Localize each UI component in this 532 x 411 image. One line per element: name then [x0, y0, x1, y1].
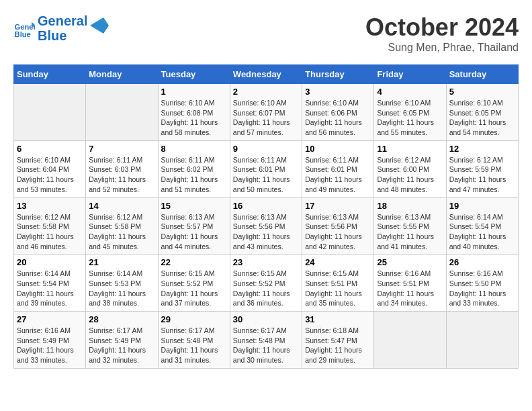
day-number: 22: [161, 257, 227, 267]
calendar-cell: [86, 84, 158, 141]
weekday-header: Friday: [374, 65, 446, 84]
day-number: 16: [233, 201, 299, 211]
calendar-week-row: 1 Sunrise: 6:10 AM Sunset: 6:08 PM Dayli…: [14, 84, 519, 141]
calendar-cell: 17 Sunrise: 6:13 AM Sunset: 5:56 PM Dayl…: [302, 197, 374, 255]
day-number: 11: [377, 144, 443, 154]
calendar-cell: 13 Sunrise: 6:12 AM Sunset: 5:58 PM Dayl…: [14, 197, 86, 255]
day-detail: Sunrise: 6:12 AM Sunset: 6:00 PM Dayligh…: [377, 155, 443, 195]
day-detail: Sunrise: 6:16 AM Sunset: 5:51 PM Dayligh…: [377, 269, 443, 308]
day-detail: Sunrise: 6:16 AM Sunset: 5:50 PM Dayligh…: [449, 269, 515, 308]
weekday-header: Thursday: [302, 65, 374, 84]
day-detail: Sunrise: 6:11 AM Sunset: 6:01 PM Dayligh…: [305, 155, 371, 195]
day-number: 5: [449, 87, 515, 97]
day-number: 14: [89, 201, 154, 211]
day-detail: Sunrise: 6:10 AM Sunset: 6:07 PM Dayligh…: [233, 98, 299, 138]
day-detail: Sunrise: 6:10 AM Sunset: 6:06 PM Dayligh…: [305, 98, 371, 138]
page-header: General Blue General Blue October 2024 S…: [13, 13, 519, 54]
calendar-cell: 12 Sunrise: 6:12 AM Sunset: 5:59 PM Dayl…: [446, 140, 518, 197]
logo-text: General: [38, 13, 87, 28]
calendar-cell: 26 Sunrise: 6:16 AM Sunset: 5:50 PM Dayl…: [446, 255, 518, 312]
calendar-cell: 21 Sunrise: 6:14 AM Sunset: 5:53 PM Dayl…: [86, 255, 158, 312]
day-number: 9: [233, 144, 299, 154]
calendar-cell: 20 Sunrise: 6:14 AM Sunset: 5:54 PM Dayl…: [14, 255, 86, 312]
day-detail: Sunrise: 6:15 AM Sunset: 5:51 PM Dayligh…: [305, 269, 371, 308]
calendar-cell: 4 Sunrise: 6:10 AM Sunset: 6:05 PM Dayli…: [374, 84, 446, 141]
calendar-week-row: 6 Sunrise: 6:10 AM Sunset: 6:04 PM Dayli…: [14, 140, 519, 197]
calendar-cell: [374, 312, 446, 369]
day-detail: Sunrise: 6:17 AM Sunset: 5:48 PM Dayligh…: [161, 326, 227, 365]
weekday-header: Wednesday: [230, 65, 302, 84]
calendar-cell: 25 Sunrise: 6:16 AM Sunset: 5:51 PM Dayl…: [374, 255, 446, 312]
weekday-header: Saturday: [446, 65, 518, 84]
day-number: 17: [305, 201, 371, 211]
day-detail: Sunrise: 6:11 AM Sunset: 6:03 PM Dayligh…: [89, 155, 154, 195]
day-detail: Sunrise: 6:10 AM Sunset: 6:05 PM Dayligh…: [377, 98, 443, 138]
calendar-cell: 8 Sunrise: 6:11 AM Sunset: 6:02 PM Dayli…: [158, 140, 230, 197]
day-detail: Sunrise: 6:11 AM Sunset: 6:02 PM Dayligh…: [161, 155, 227, 195]
calendar-cell: 2 Sunrise: 6:10 AM Sunset: 6:07 PM Dayli…: [230, 84, 302, 141]
day-number: 3: [305, 87, 371, 97]
svg-marker-3: [90, 17, 109, 34]
calendar-cell: 5 Sunrise: 6:10 AM Sunset: 6:05 PM Dayli…: [446, 84, 518, 141]
svg-text:Blue: Blue: [15, 30, 31, 38]
location-subtitle: Sung Men, Phrae, Thailand: [365, 42, 519, 54]
weekday-header: Monday: [86, 65, 158, 84]
calendar-cell: 3 Sunrise: 6:10 AM Sunset: 6:06 PM Dayli…: [302, 84, 374, 141]
day-number: 13: [17, 201, 83, 211]
day-number: 6: [17, 144, 83, 154]
day-number: 20: [17, 257, 83, 267]
month-title: October 2024: [365, 13, 519, 42]
calendar-cell: 22 Sunrise: 6:15 AM Sunset: 5:52 PM Dayl…: [158, 255, 230, 312]
day-detail: Sunrise: 6:13 AM Sunset: 5:57 PM Dayligh…: [161, 212, 227, 252]
calendar-week-row: 13 Sunrise: 6:12 AM Sunset: 5:58 PM Dayl…: [14, 197, 519, 255]
day-number: 23: [233, 257, 299, 267]
day-detail: Sunrise: 6:13 AM Sunset: 5:55 PM Dayligh…: [377, 212, 443, 252]
weekday-header: Tuesday: [158, 65, 230, 84]
day-detail: Sunrise: 6:10 AM Sunset: 6:05 PM Dayligh…: [449, 98, 515, 138]
day-detail: Sunrise: 6:14 AM Sunset: 5:54 PM Dayligh…: [17, 269, 83, 308]
calendar-cell: 7 Sunrise: 6:11 AM Sunset: 6:03 PM Dayli…: [86, 140, 158, 197]
day-number: 15: [161, 201, 227, 211]
calendar-cell: 28 Sunrise: 6:17 AM Sunset: 5:49 PM Dayl…: [86, 312, 158, 369]
day-number: 2: [233, 87, 299, 97]
calendar-cell: 31 Sunrise: 6:18 AM Sunset: 5:47 PM Dayl…: [302, 312, 374, 369]
day-detail: Sunrise: 6:12 AM Sunset: 5:59 PM Dayligh…: [449, 155, 515, 195]
calendar-cell: 10 Sunrise: 6:11 AM Sunset: 6:01 PM Dayl…: [302, 140, 374, 197]
calendar-cell: 14 Sunrise: 6:12 AM Sunset: 5:58 PM Dayl…: [86, 197, 158, 255]
day-number: 24: [305, 257, 371, 267]
logo-icon: General Blue: [13, 17, 35, 39]
calendar-cell: [446, 312, 518, 369]
day-number: 19: [449, 201, 515, 211]
day-detail: Sunrise: 6:17 AM Sunset: 5:49 PM Dayligh…: [89, 326, 154, 365]
calendar-cell: 29 Sunrise: 6:17 AM Sunset: 5:48 PM Dayl…: [158, 312, 230, 369]
day-detail: Sunrise: 6:14 AM Sunset: 5:54 PM Dayligh…: [449, 212, 515, 252]
calendar-cell: 27 Sunrise: 6:16 AM Sunset: 5:49 PM Dayl…: [14, 312, 86, 369]
day-detail: Sunrise: 6:15 AM Sunset: 5:52 PM Dayligh…: [233, 269, 299, 308]
day-number: 26: [449, 257, 515, 267]
calendar-cell: [14, 84, 86, 141]
calendar-table: SundayMondayTuesdayWednesdayThursdayFrid…: [13, 64, 519, 369]
day-detail: Sunrise: 6:13 AM Sunset: 5:56 PM Dayligh…: [305, 212, 371, 252]
calendar-cell: 23 Sunrise: 6:15 AM Sunset: 5:52 PM Dayl…: [230, 255, 302, 312]
calendar-header-row: SundayMondayTuesdayWednesdayThursdayFrid…: [14, 65, 519, 84]
day-detail: Sunrise: 6:13 AM Sunset: 5:56 PM Dayligh…: [233, 212, 299, 252]
day-detail: Sunrise: 6:14 AM Sunset: 5:53 PM Dayligh…: [89, 269, 154, 308]
day-number: 21: [89, 257, 154, 267]
calendar-week-row: 20 Sunrise: 6:14 AM Sunset: 5:54 PM Dayl…: [14, 255, 519, 312]
calendar-cell: 30 Sunrise: 6:17 AM Sunset: 5:48 PM Dayl…: [230, 312, 302, 369]
logo-arrow-icon: [90, 17, 109, 34]
day-number: 25: [377, 257, 443, 267]
logo: General Blue General Blue: [13, 13, 109, 43]
calendar-cell: 11 Sunrise: 6:12 AM Sunset: 6:00 PM Dayl…: [374, 140, 446, 197]
day-detail: Sunrise: 6:10 AM Sunset: 6:08 PM Dayligh…: [161, 98, 227, 138]
day-detail: Sunrise: 6:10 AM Sunset: 6:04 PM Dayligh…: [17, 155, 83, 195]
day-number: 30: [233, 314, 299, 324]
day-detail: Sunrise: 6:18 AM Sunset: 5:47 PM Dayligh…: [305, 326, 371, 365]
day-number: 18: [377, 201, 443, 211]
day-detail: Sunrise: 6:15 AM Sunset: 5:52 PM Dayligh…: [161, 269, 227, 308]
day-number: 27: [17, 314, 83, 324]
calendar-cell: 1 Sunrise: 6:10 AM Sunset: 6:08 PM Dayli…: [158, 84, 230, 141]
calendar-cell: 6 Sunrise: 6:10 AM Sunset: 6:04 PM Dayli…: [14, 140, 86, 197]
day-number: 10: [305, 144, 371, 154]
day-detail: Sunrise: 6:16 AM Sunset: 5:49 PM Dayligh…: [17, 326, 83, 365]
